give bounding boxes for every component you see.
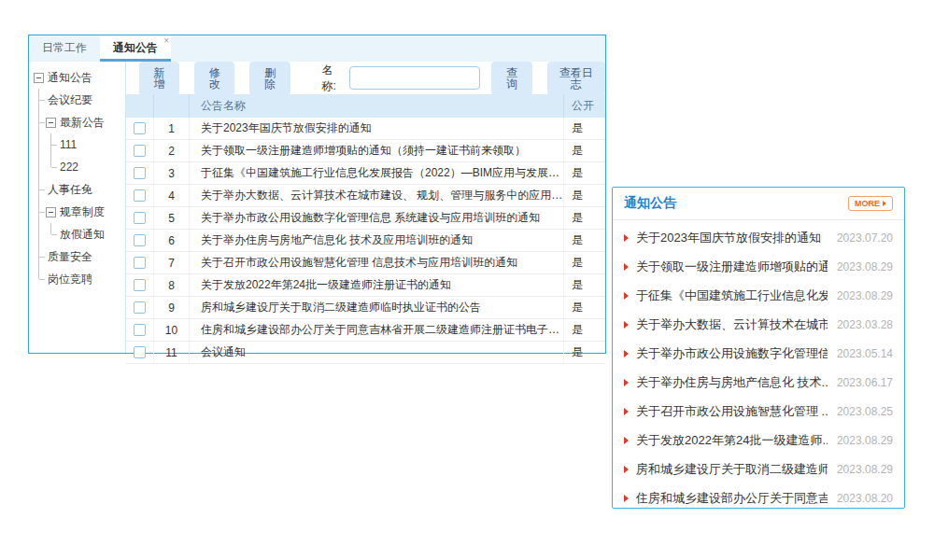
public-flag: 是 xyxy=(564,252,605,273)
tree-node-label: 岗位竞聘 xyxy=(48,272,92,287)
notice-list-area: 新增 修改 删除 名称: 查询 查看日志 公告名称 公开 1 关于20 xyxy=(126,62,605,353)
search-button[interactable]: 查询 xyxy=(491,62,531,95)
table-row[interactable]: 10 住房和城乡建设部办公厅关于同意吉林省开展二级建造师注册证书电子化试点的..… xyxy=(126,319,605,342)
tree-expander-icon[interactable] xyxy=(46,207,56,217)
row-checkbox[interactable] xyxy=(134,145,146,157)
more-label: MORE xyxy=(855,199,880,208)
notice-bullet-icon xyxy=(624,234,629,242)
edit-button[interactable]: 修改 xyxy=(194,62,234,95)
public-flag: 是 xyxy=(564,207,605,229)
name-filter-input[interactable] xyxy=(349,66,480,90)
notice-item[interactable]: 房和城乡建设厅关于取消二级建造师... 2023.08.29 xyxy=(613,455,904,483)
announcement-name: 关于举办大数据、云计算技术在城市建设、 规划、管理与服务中的应用培训班的... xyxy=(201,188,563,203)
row-checkbox[interactable] xyxy=(134,324,146,336)
notice-date: 2023.08.29 xyxy=(837,289,893,302)
row-checkbox[interactable] xyxy=(134,346,146,358)
row-index: 10 xyxy=(154,319,190,341)
tree-node[interactable]: 放假通知 xyxy=(33,223,122,245)
public-flag: 是 xyxy=(564,342,605,363)
header-name-cell: 公告名称 xyxy=(190,94,564,118)
tree-connector xyxy=(45,156,57,178)
tree-node[interactable]: 人事任免 xyxy=(33,178,122,201)
row-checkbox[interactable] xyxy=(134,189,146,202)
row-index: 3 xyxy=(154,162,190,184)
table-row[interactable]: 5 关于举办市政公用设施数字化管理信息 系统建设与应用培训班的通知 是 xyxy=(126,207,605,230)
notice-date: 2023.03.28 xyxy=(837,318,893,331)
tab-close-icon[interactable]: × xyxy=(163,35,169,46)
notice-date: 2023.08.29 xyxy=(837,434,893,447)
notice-item[interactable]: 关于召开市政公用设施智慧化管理 ... 2023.08.25 xyxy=(613,397,904,426)
tree-node-label: 222 xyxy=(60,161,78,174)
tree-node-root[interactable]: 通知公告 xyxy=(33,66,122,89)
notice-bullet-icon xyxy=(624,495,629,502)
notice-list: 关于2023年国庆节放假安排的通知 2023.07.20 关于领取一级注册建造师… xyxy=(613,220,904,515)
notice-bullet-icon xyxy=(624,408,629,415)
tree-node[interactable]: 岗位竞聘 xyxy=(33,268,122,290)
row-checkbox[interactable] xyxy=(134,212,146,224)
notice-title: 关于举办市政公用设施数字化管理信... xyxy=(636,345,828,362)
tree-connector xyxy=(33,111,45,133)
tree-node[interactable]: 222 xyxy=(33,156,122,178)
table-row[interactable]: 3 于征集《中国建筑施工行业信息化发展报告（2022）—BIM应用与发展》材料的… xyxy=(126,162,605,185)
notice-item[interactable]: 关于举办市政公用设施数字化管理信... 2023.05.14 xyxy=(613,339,904,368)
announcement-name: 关于发放2022年第24批一级建造师注册证书的通知 xyxy=(201,277,451,293)
table-row[interactable]: 11 会议通知 是 xyxy=(126,342,605,364)
tree-connector xyxy=(33,89,45,111)
row-checkbox[interactable] xyxy=(134,122,146,134)
notice-date: 2023.08.29 xyxy=(837,260,893,273)
tab-daily-work[interactable]: 日常工作 xyxy=(29,35,100,61)
announcement-name: 会议通知 xyxy=(201,344,246,360)
name-filter-label: 名称: xyxy=(322,63,343,94)
tree-node[interactable]: 会议纪要 xyxy=(33,89,122,111)
table-row[interactable]: 8 关于发放2022年第24批一级建造师注册证书的通知 是 xyxy=(126,274,605,297)
add-button[interactable]: 新增 xyxy=(139,62,179,95)
view-log-button[interactable]: 查看日志 xyxy=(547,62,605,95)
tree-node[interactable]: 最新公告 xyxy=(33,111,122,133)
notice-date: 2023.05.14 xyxy=(837,347,893,360)
table-row[interactable]: 2 关于领取一级注册建造师增项贴的通知（须持一建证书前来领取） 是 xyxy=(126,140,605,162)
tree-node[interactable]: 规章制度 xyxy=(33,201,122,223)
table-row[interactable]: 7 关于召开市政公用设施智慧化管理 信息技术与应用培训班的通知 是 xyxy=(126,252,605,274)
row-checkbox[interactable] xyxy=(134,279,146,291)
row-checkbox[interactable] xyxy=(134,167,146,179)
table-row[interactable]: 9 房和城乡建设厅关于取消二级建造师临时执业证书的公告 是 xyxy=(126,297,605,319)
tree-expander-icon[interactable] xyxy=(34,73,44,83)
announcement-name: 于征集《中国建筑施工行业信息化发展报告（2022）—BIM应用与发展》材料的函 xyxy=(201,165,563,181)
row-checkbox[interactable] xyxy=(134,257,146,269)
notice-item[interactable]: 于征集《中国建筑施工行业信息化发... 2023.08.29 xyxy=(613,281,904,310)
table-row[interactable]: 4 关于举办大数据、云计算技术在城市建设、 规划、管理与服务中的应用培训班的..… xyxy=(126,185,605,207)
delete-button[interactable]: 删除 xyxy=(249,62,290,95)
table-row[interactable]: 1 关于2023年国庆节放假安排的通知 是 xyxy=(126,118,605,140)
notice-item[interactable]: 住房和城乡建设部办公厅关于同意吉... 2023.08.20 xyxy=(613,483,904,512)
widget-header: 通知公告 MORE xyxy=(613,188,904,220)
notice-item[interactable]: 关于举办大数据、云计算技术在城市... 2023.03.28 xyxy=(613,310,904,339)
tree-connector xyxy=(33,178,45,201)
public-flag: 是 xyxy=(564,230,605,251)
row-checkbox[interactable] xyxy=(134,234,146,246)
tree-connector xyxy=(33,223,45,245)
notice-bullet-icon xyxy=(624,292,629,300)
tree-node-label: 放假通知 xyxy=(60,227,105,243)
public-flag: 是 xyxy=(564,274,605,296)
public-flag: 是 xyxy=(564,319,605,341)
notice-title: 房和城乡建设厅关于取消二级建造师... xyxy=(636,461,828,478)
notice-item[interactable]: 关于领取一级注册建造师增项贴的通... 2023.08.29 xyxy=(613,252,904,281)
tree-node[interactable]: 111 xyxy=(33,133,122,156)
row-checkbox[interactable] xyxy=(134,301,146,314)
tree-node-label: 质量安全 xyxy=(48,249,92,265)
notice-category-tree: 通知公告 会议纪要 最新公告 111 222 xyxy=(29,62,126,353)
tab-notice[interactable]: 通知公告 × xyxy=(100,35,171,61)
announcement-name: 关于领取一级注册建造师增项贴的通知（须持一建证书前来领取） xyxy=(201,143,526,159)
header-checkbox-cell xyxy=(126,94,154,118)
public-flag: 是 xyxy=(564,140,605,161)
tree-expander-icon[interactable] xyxy=(46,118,56,128)
table-row[interactable]: 6 关于举办住房与房地产信息化 技术及应用培训班的通知 是 xyxy=(126,230,605,252)
table-header: 公告名称 公开 xyxy=(126,94,605,118)
notice-item[interactable]: 关于举办住房与房地产信息化 技术... 2023.06.17 xyxy=(613,368,904,397)
panel-body: 通知公告 会议纪要 最新公告 111 222 xyxy=(29,62,605,353)
notice-item[interactable]: 关于发放2022年第24批一级建造师... 2023.08.29 xyxy=(613,426,904,455)
announcement-name: 住房和城乡建设部办公厅关于同意吉林省开展二级建造师注册证书电子化试点的... xyxy=(201,322,563,338)
notice-item[interactable]: 关于2023年国庆节放假安排的通知 2023.07.20 xyxy=(613,223,904,252)
more-button[interactable]: MORE xyxy=(848,196,893,211)
tree-node[interactable]: 质量安全 xyxy=(33,245,122,268)
